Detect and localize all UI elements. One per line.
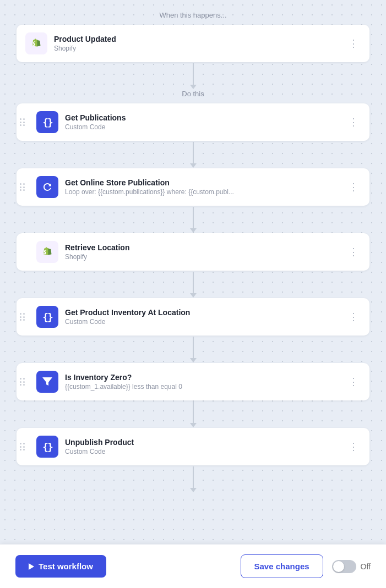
- arrow-5: [193, 336, 194, 363]
- step-4-info: Retrieve Location Shopify: [65, 243, 340, 261]
- step-1-subtitle: Shopify: [54, 45, 340, 52]
- step-5-subtitle: Custom Code: [65, 318, 340, 326]
- do-this-label: Do this: [182, 90, 204, 98]
- step-is-inventory-zero[interactable]: Is Inventory Zero? {{custom_1.available}…: [17, 363, 369, 400]
- trigger-label: When this happens...: [159, 11, 226, 19]
- filter-icon-6: [36, 371, 58, 393]
- step-3-info: Get Online Store Publication Loop over: …: [65, 178, 340, 196]
- step-get-inventory[interactable]: {} Get Product Inventory At Location Cus…: [17, 298, 369, 336]
- step-3-title: Get Online Store Publication: [65, 178, 340, 187]
- drag-handle-2[interactable]: [20, 118, 25, 126]
- step-unpublish-product[interactable]: {} Unpublish Product Custom Code ⋮: [17, 428, 369, 465]
- step-5-title: Get Product Inventory At Location: [65, 308, 340, 317]
- step-7-title: Unpublish Product: [65, 438, 340, 447]
- step-6-info: Is Inventory Zero? {{custom_1.available}…: [65, 373, 340, 391]
- shopify-icon-1: [25, 32, 47, 54]
- workflow-container: When this happens... Product Updated Sho…: [17, 11, 369, 559]
- code-icon-7: {}: [36, 436, 58, 458]
- step-6-title: Is Inventory Zero?: [65, 373, 340, 382]
- loop-icon-3: [36, 176, 58, 198]
- test-workflow-label: Test workflow: [39, 562, 93, 571]
- toggle-container[interactable]: Off: [332, 560, 371, 573]
- step-get-online-store[interactable]: Get Online Store Publication Loop over: …: [17, 168, 369, 206]
- step-2-info: Get Publications Custom Code: [65, 113, 340, 131]
- step-3-subtitle: Loop over: {{custom.publications}} where…: [65, 188, 340, 196]
- arrow-3: [193, 206, 194, 233]
- toggle-knob: [333, 561, 344, 572]
- save-label: Save changes: [254, 562, 309, 571]
- step-1-menu[interactable]: ⋮: [346, 36, 361, 51]
- step-7-menu[interactable]: ⋮: [346, 439, 361, 454]
- code-icon-5: {}: [36, 306, 58, 328]
- save-changes-button[interactable]: Save changes: [241, 554, 323, 578]
- step-4-title: Retrieve Location: [65, 243, 340, 252]
- arrow-4: [193, 271, 194, 298]
- step-retrieve-location[interactable]: Retrieve Location Shopify ⋮: [17, 233, 369, 271]
- arrow-7: [193, 465, 194, 493]
- step-5-menu[interactable]: ⋮: [346, 310, 361, 324]
- step-2-subtitle: Custom Code: [65, 123, 340, 131]
- step-2-menu[interactable]: ⋮: [346, 115, 361, 129]
- toggle-label: Off: [361, 562, 371, 571]
- step-4-subtitle: Shopify: [65, 253, 340, 261]
- step-4-menu[interactable]: ⋮: [346, 245, 361, 259]
- drag-handle-6[interactable]: [20, 378, 25, 386]
- bottom-bar: Test workflow Save changes Off: [0, 544, 386, 588]
- step-3-menu[interactable]: ⋮: [346, 180, 361, 194]
- code-icon-2: {}: [36, 111, 58, 133]
- step-get-publications[interactable]: {} Get Publications Custom Code ⋮: [17, 103, 369, 141]
- step-5-info: Get Product Inventory At Location Custom…: [65, 308, 340, 326]
- drag-handle-7[interactable]: [20, 443, 25, 450]
- play-icon: [29, 563, 34, 570]
- step-6-subtitle: {{custom_1.available}} less than equal 0: [65, 383, 340, 391]
- test-workflow-button[interactable]: Test workflow: [15, 555, 106, 578]
- arrow-2: [193, 141, 194, 168]
- arrow-6: [193, 400, 194, 428]
- right-controls: Save changes Off: [241, 554, 371, 578]
- drag-handle-3[interactable]: [20, 183, 25, 191]
- step-2-title: Get Publications: [65, 113, 340, 122]
- step-1-info: Product Updated Shopify: [54, 35, 340, 52]
- step-7-subtitle: Custom Code: [65, 448, 340, 455]
- arrow-1: [193, 62, 194, 90]
- workflow-toggle[interactable]: [332, 560, 356, 573]
- step-product-updated[interactable]: Product Updated Shopify ⋮: [17, 25, 369, 62]
- step-1-title: Product Updated: [54, 35, 340, 43]
- drag-handle-5[interactable]: [20, 313, 25, 321]
- step-6-menu[interactable]: ⋮: [346, 375, 361, 389]
- step-7-info: Unpublish Product Custom Code: [65, 438, 340, 455]
- shopify-icon-4: [36, 241, 58, 263]
